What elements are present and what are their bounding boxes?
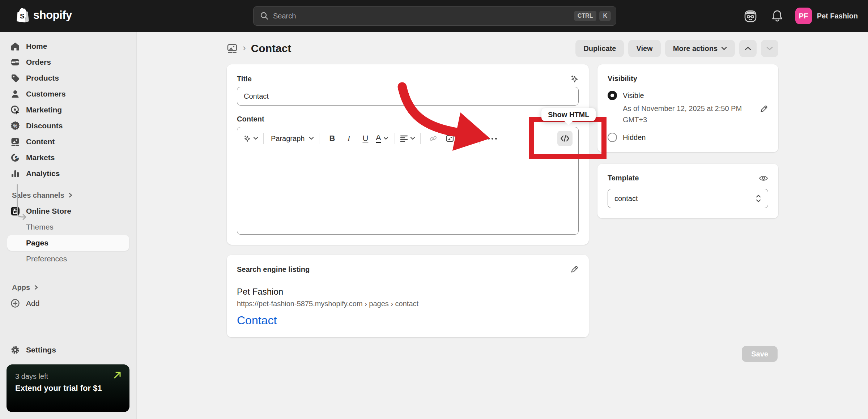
visibility-card: Visibility Visible As of November 12, 20…: [597, 64, 778, 152]
ai-assist-button[interactable]: [243, 131, 258, 146]
sidebar-item-products[interactable]: Products: [4, 70, 132, 86]
trial-days-left: 3 days left: [15, 372, 121, 381]
insert-image-button[interactable]: [442, 131, 458, 146]
sidebar-item-preferences[interactable]: Preferences: [7, 251, 132, 267]
text-color-button[interactable]: A: [374, 131, 390, 146]
customers-icon: [10, 89, 20, 99]
editor-toolbar: Paragraph B I U A: [237, 127, 578, 150]
hidden-radio-option[interactable]: Hidden: [608, 133, 768, 142]
magic-sparkle-icon[interactable]: [570, 74, 579, 83]
shopify-wordmark: shopify: [33, 9, 72, 22]
sidebar-item-orders[interactable]: Orders: [4, 54, 132, 70]
chevron-right-icon: [68, 192, 73, 198]
title-input[interactable]: [237, 87, 579, 106]
seo-card: Search engine listing Pet Fashion https:…: [227, 255, 589, 337]
video-play-icon: [462, 134, 471, 143]
markets-icon: $: [10, 153, 20, 162]
notifications-button[interactable]: [769, 7, 786, 25]
editor-body[interactable]: [237, 150, 578, 235]
chevron-right-icon: [34, 284, 39, 291]
next-page-button[interactable]: [761, 40, 778, 57]
shortcut-k-badge: K: [599, 11, 611, 21]
chevron-down-icon: [721, 46, 727, 51]
toolbar-divider: [420, 133, 421, 144]
edit-pencil-icon[interactable]: [570, 265, 579, 274]
title-field-label: Title: [237, 75, 252, 83]
content-icon: [10, 137, 20, 146]
template-heading: Template: [608, 174, 639, 182]
image-icon: [446, 134, 454, 143]
store-avatar: PF: [795, 8, 812, 24]
insert-video-button[interactable]: [459, 131, 474, 146]
svg-text:%: %: [13, 123, 17, 129]
sidebar-item-add-app[interactable]: Add: [4, 295, 132, 311]
sidebar-item-customers[interactable]: Customers: [4, 86, 132, 102]
visible-radio-option[interactable]: Visible: [608, 91, 768, 100]
more-actions-button[interactable]: More actions: [665, 40, 735, 57]
insert-link-button[interactable]: [426, 131, 441, 146]
view-button[interactable]: View: [628, 40, 660, 57]
visibility-heading: Visibility: [608, 74, 637, 83]
apps-header[interactable]: Apps: [4, 279, 132, 295]
sidebar-item-marketing[interactable]: Marketing: [4, 102, 132, 118]
sales-channels-header[interactable]: Sales channels: [4, 187, 132, 203]
sidebar-item-analytics[interactable]: Analytics: [4, 166, 132, 181]
radio-unselected-icon: [608, 133, 617, 142]
seo-url: https://pet-fashion-5875.myshopify.com ›…: [237, 300, 579, 308]
italic-button[interactable]: I: [341, 131, 356, 146]
content-field-label: Content: [237, 115, 579, 123]
sidebar-item-discounts[interactable]: % Discounts: [4, 118, 132, 134]
sidebar-item-markets[interactable]: $ Markets: [4, 150, 132, 166]
show-html-button[interactable]: [557, 131, 573, 146]
sidebar-item-content[interactable]: Content: [4, 134, 132, 150]
eye-icon[interactable]: [759, 174, 768, 182]
sidebar-item-label: Markets: [26, 153, 55, 162]
magic-sparkle-icon: [243, 134, 251, 142]
breadcrumb[interactable]: › Contact: [227, 42, 291, 55]
template-select[interactable]: contact: [608, 189, 768, 208]
shopify-logo[interactable]: S shopify: [17, 8, 72, 22]
chevron-down-icon: [766, 46, 773, 51]
search-icon: [260, 12, 269, 20]
save-button[interactable]: Save: [742, 346, 778, 362]
gear-icon: [10, 345, 20, 355]
alignment-button[interactable]: [400, 131, 415, 146]
global-search[interactable]: CTRL K: [253, 6, 616, 26]
analytics-icon: [10, 169, 20, 178]
rich-text-editor[interactable]: Paragraph B I U A: [237, 127, 579, 235]
toolbar-divider: [263, 133, 264, 144]
svg-text:$: $: [15, 155, 18, 161]
bold-button[interactable]: B: [324, 131, 340, 146]
chevron-down-icon: [410, 137, 415, 140]
top-bar: S shopify CTRL K: [0, 0, 868, 32]
arrow-up-right-icon: [113, 370, 122, 380]
search-input[interactable]: [273, 12, 571, 20]
link-icon: [429, 134, 438, 143]
discounts-icon: %: [10, 121, 20, 131]
sidebar-item-settings[interactable]: Settings: [4, 342, 132, 358]
duplicate-button[interactable]: Duplicate: [575, 40, 624, 57]
sidebar-item-home[interactable]: Home: [4, 38, 132, 54]
sidebar-item-pages[interactable]: Pages: [7, 235, 129, 251]
align-left-icon: [400, 135, 408, 142]
ellipsis-icon: [488, 138, 497, 140]
previous-page-button[interactable]: [739, 40, 757, 57]
store-name: Pet Fashion: [817, 12, 858, 20]
sidebar-item-label: Customers: [26, 90, 66, 98]
sidebar-item-online-store[interactable]: Online Store: [4, 203, 132, 219]
more-formatting-button[interactable]: [485, 131, 500, 146]
template-card: Template contact: [597, 164, 778, 218]
sidebar-item-label: Products: [26, 74, 59, 82]
paragraph-style-dropdown[interactable]: Paragraph: [269, 131, 314, 146]
seo-page-link[interactable]: Contact: [237, 314, 277, 327]
radio-selected-icon: [608, 91, 617, 100]
svg-text:S: S: [20, 12, 25, 20]
sidebar-item-themes[interactable]: Themes: [7, 219, 132, 235]
store-menu[interactable]: PF Pet Fashion: [795, 8, 858, 24]
trial-banner[interactable]: 3 days left Extend your trial for $1: [7, 364, 129, 412]
edit-pencil-icon[interactable]: [760, 104, 768, 125]
toolbar-divider: [319, 133, 319, 144]
underline-button[interactable]: U: [358, 131, 373, 146]
content-page-icon: [227, 43, 238, 54]
sidekick-button[interactable]: [742, 7, 759, 25]
